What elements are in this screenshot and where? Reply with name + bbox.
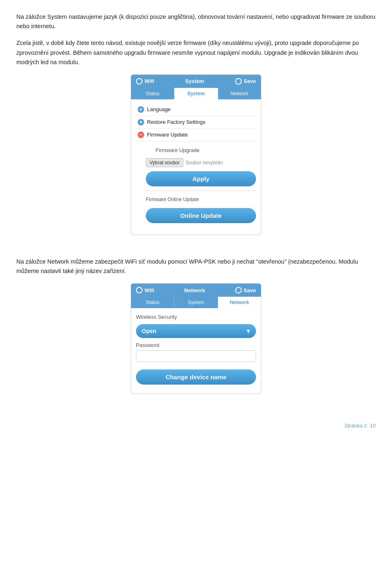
online-update-label: Firmware Online Update <box>146 195 256 205</box>
section-separator-1 <box>146 190 256 191</box>
save-icon-2 <box>235 287 242 293</box>
panel2-wifi-label: Wifi <box>145 287 154 293</box>
panel1-save-tab[interactable]: Save <box>235 78 256 85</box>
panel2-wifi-tab: Wifi <box>136 287 154 293</box>
open-dropdown-button[interactable]: Open <box>136 324 241 338</box>
network-panel: Wifi Network Save Status System Network … <box>131 283 261 394</box>
panel2-nav-network[interactable]: Network <box>218 297 261 308</box>
panel2-nav: Status System Network <box>131 297 261 308</box>
panel1-wifi-tab: Wifi <box>136 78 154 85</box>
panel1-nav-status[interactable]: Status <box>131 88 174 99</box>
file-pick-row: Vybrat soubor Soubor nevybrán <box>146 158 256 167</box>
file-no-label: Soubor nevybrán <box>185 160 223 166</box>
panel1-save-label: Save <box>244 78 256 84</box>
paragraph-3: Na záložce Network můžeme zabezpečit WiF… <box>16 257 376 276</box>
panel1-nav-system[interactable]: System <box>174 88 218 99</box>
change-device-name-button[interactable]: Change device name <box>136 369 256 385</box>
file-pick-button[interactable]: Vybrat soubor <box>146 158 183 167</box>
firmware-collapse-icon: − <box>138 132 144 138</box>
paragraph-2: Zcela jistě, v době kdy čtete tento návo… <box>16 38 376 67</box>
restore-expand-icon: + <box>138 119 144 125</box>
language-label: Language <box>147 106 171 112</box>
panel1-nav-network[interactable]: Network <box>218 88 261 99</box>
panel1-header: Wifi System Save <box>131 75 261 88</box>
panel2-save-label: Save <box>244 287 256 293</box>
restore-menu-item[interactable]: + Restore Factory Settings <box>136 116 256 129</box>
open-dropdown-row: Open ▼ <box>136 324 256 338</box>
wifi-icon-2 <box>136 287 143 293</box>
panel1-center-tab: System <box>185 78 204 84</box>
language-expand-icon: + <box>138 106 144 113</box>
save-icon <box>235 78 242 85</box>
page-number: Stránka č. 10 <box>16 423 376 429</box>
dropdown-caret-button[interactable]: ▼ <box>241 324 256 338</box>
firmware-menu-item[interactable]: − Firmware Update <box>136 129 256 141</box>
panel2-center-tab: Network <box>184 287 205 293</box>
panel1-center-label: System <box>185 78 204 84</box>
apply-button[interactable]: Apply <box>146 171 256 186</box>
panel1-body: + Language + Restore Factory Settings − … <box>131 99 261 235</box>
firmware-upgrade-section: Firmware Upgrade Vybrat soubor Soubor ne… <box>146 141 256 229</box>
system-panel: Wifi System Save Status System Network +… <box>131 74 261 235</box>
firmware-upgrade-label: Firmware Upgrade <box>156 144 256 155</box>
restore-label: Restore Factory Settings <box>147 119 205 125</box>
panel2-nav-system[interactable]: System <box>174 297 218 308</box>
password-input[interactable] <box>136 350 256 362</box>
panel2-center-label: Network <box>184 287 205 293</box>
panel2-nav-status[interactable]: Status <box>131 297 174 308</box>
paragraph-1: Na záložce System nastavujeme jazyk (k d… <box>16 12 376 31</box>
panel2-body: Wireless Security Open ▼ Password Change… <box>131 308 261 394</box>
wireless-security-label: Wireless Security <box>136 312 256 322</box>
wifi-icon <box>136 78 143 85</box>
panel2-save-tab[interactable]: Save <box>235 287 256 293</box>
panel1-nav: Status System Network <box>131 88 261 99</box>
language-menu-item[interactable]: + Language <box>136 103 256 116</box>
panel2-header: Wifi Network Save <box>131 284 261 297</box>
panel1-wifi-label: Wifi <box>145 78 154 84</box>
firmware-label: Firmware Update <box>147 132 188 138</box>
password-label: Password <box>136 342 256 348</box>
online-update-button[interactable]: Online Update <box>146 208 256 223</box>
